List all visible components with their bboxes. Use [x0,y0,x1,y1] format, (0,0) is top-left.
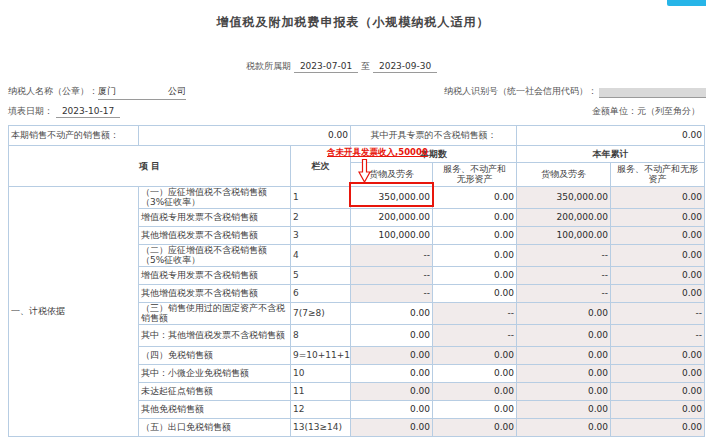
value-cell-readonly: 0.00 [611,208,705,226]
property-sales-value[interactable]: 0.00 [139,126,351,146]
value-cell-readonly: -- [433,324,517,346]
tax-period-row: 税款所属期 2023-07-01 至 2023-09-30 [246,60,437,73]
value-cell-readonly: 0.00 [433,418,517,436]
row-lane-number: 9=10+11+12 [291,346,351,364]
value-cell-readonly: 0.00 [433,346,517,364]
row-item-label: （二）应征增值税不含税销售额（5%征收率） [139,244,291,266]
row-item-label: （一）应征增值税不含税销售额（3%征收率） [139,186,291,208]
taxpayer-name-label: 纳税人名称（公章）： [8,86,98,96]
row-item-label: 增值税专用发票不含税销售额 [139,266,291,284]
value-cell-readonly: 350,000.00 [517,186,611,208]
value-cell-readonly: 0.00 [433,382,517,400]
value-cell-readonly: 0.00 [611,418,705,436]
value-cell-readonly: 0.00 [611,226,705,244]
value-cell-editable[interactable]: 0.00 [433,186,517,208]
property-sales-info-row: 本期销售不动产的销售额： 0.00 其中开具专票的不含税销售额： 0.00 [9,126,705,146]
row-lane-number: 5 [291,266,351,284]
row-item-label: 其他增值税发票不含税销售额 [139,226,291,244]
value-cell-editable[interactable]: 0.00 [433,208,517,226]
row-lane-number: 13(13≥14) [291,418,351,436]
value-cell-readonly: -- [517,244,611,266]
value-cell-editable[interactable]: 350,000.00 [351,186,433,208]
page-title: 增值税及附加税费申报表（小规模纳税人适用） [0,14,706,31]
col-header-ytd: 本年累计 [517,146,705,163]
row-lane-number: 1 [291,186,351,208]
value-cell-readonly: 0.00 [611,186,705,208]
row-lane-number: 7(7≥8) [291,302,351,324]
row-item-label: 其中：小微企业免税销售额 [139,364,291,382]
filing-date-label: 填表日期： [8,106,53,116]
row-lane-number: 3 [291,226,351,244]
value-cell-readonly: 0.00 [351,346,433,364]
row-item-label: 其他免税销售额 [139,400,291,418]
value-cell-readonly: 200,000.00 [517,208,611,226]
taxpayer-id-row: 纳税人识别号（统一社会信用代码）： [444,85,706,98]
row-lane-number: 2 [291,208,351,226]
value-cell-readonly: 0.00 [611,400,705,418]
value-cell-editable[interactable]: 0.00 [433,400,517,418]
value-cell-readonly: 0.00 [611,346,705,364]
value-cell-readonly: 0.00 [611,364,705,382]
amount-unit-note: 金额单位：元（列至角分） [592,105,700,118]
taxpayer-name-field[interactable]: 厦门公司 [98,85,186,100]
row-item-label: 其中：其他增值税发票不含税销售额 [139,324,291,346]
col-header-item: 项 目 [9,146,291,187]
row-lane-number: 11 [291,382,351,400]
value-cell-editable[interactable]: 200,000.00 [351,208,433,226]
period-start-field[interactable]: 2023-07-01 [294,61,358,73]
value-cell-readonly: -- [351,284,433,302]
col-header-services-period: 服务、不动产和无形资产 [433,163,517,187]
row-item-label: 增值税专用发票不含税销售额 [139,208,291,226]
value-cell-readonly: 0.00 [517,346,611,364]
filing-date-field[interactable]: 2023-10-17 [56,106,120,118]
value-cell-readonly: 0.00 [351,418,433,436]
value-cell-readonly: -- [433,302,517,324]
value-cell-readonly: 0.00 [517,382,611,400]
value-cell-editable[interactable]: 0.00 [433,284,517,302]
value-cell-editable[interactable]: 0.00 [433,226,517,244]
value-cell-readonly: -- [351,266,433,284]
tax-period-label: 税款所属期 [246,61,291,71]
section-label-tax-basis: 一、计税依据 [9,186,139,436]
special-invoice-value[interactable]: 0.00 [517,126,705,146]
value-cell-editable[interactable]: 0.00 [433,266,517,284]
value-cell-editable[interactable]: 0.00 [351,400,433,418]
floating-widget-tab[interactable] [667,0,706,6]
row-item-label: （三）销售使用过的固定资产不含税销售额 [139,302,291,324]
red-down-arrow-icon [358,159,371,183]
value-cell-editable[interactable]: 0.00 [433,244,517,266]
value-cell-readonly: 0.00 [611,382,705,400]
col-header-goods-ytd: 货物及劳务 [517,163,611,187]
col-header-services-ytd: 服务、不动产和无形资产 [611,163,705,187]
value-cell-readonly: -- [517,266,611,284]
row-lane-number: 12 [291,400,351,418]
declaration-table: 本期销售不动产的销售额： 0.00 其中开具专票的不含税销售额： 0.00 项 … [8,125,705,437]
row-lane-number: 8 [291,324,351,346]
taxpayer-id-label: 纳税人识别号（统一社会信用代码）： [444,85,597,98]
value-cell-editable[interactable]: 0.00 [433,364,517,382]
row-item-label: （四）免税销售额 [139,346,291,364]
handwritten-note: 含未开具发票收入,50000 [327,147,428,159]
row-lane-number: 10 [291,364,351,382]
value-cell-readonly: 100,000.00 [517,226,611,244]
value-cell-editable[interactable]: 100,000.00 [351,226,433,244]
taxpayer-id-field-redacted[interactable] [599,88,706,98]
value-cell-readonly: 0.00 [517,400,611,418]
row-lane-number: 4 [291,244,351,266]
special-invoice-label: 其中开具专票的不含税销售额： [351,126,517,146]
row-item-label: 未达起征点销售额 [139,382,291,400]
period-end-field[interactable]: 2023-09-30 [373,61,437,73]
value-cell-readonly: 0.00 [517,302,611,324]
value-cell-readonly: -- [611,302,705,324]
filing-date-row: 填表日期： 2023-10-17 [8,105,120,118]
value-cell-editable[interactable]: 0.00 [351,364,433,382]
value-cell-readonly: 0.00 [611,266,705,284]
value-cell-readonly: -- [611,324,705,346]
property-sales-label: 本期销售不动产的销售额： [9,126,139,146]
value-cell-editable[interactable]: 0.00 [351,324,433,346]
taxpayer-name-suffix: 公司 [168,86,186,96]
value-cell-editable[interactable]: 0.00 [351,302,433,324]
value-cell-readonly: -- [351,244,433,266]
value-cell-readonly: 0.00 [517,324,611,346]
taxpayer-name-prefix: 厦门 [98,86,116,96]
